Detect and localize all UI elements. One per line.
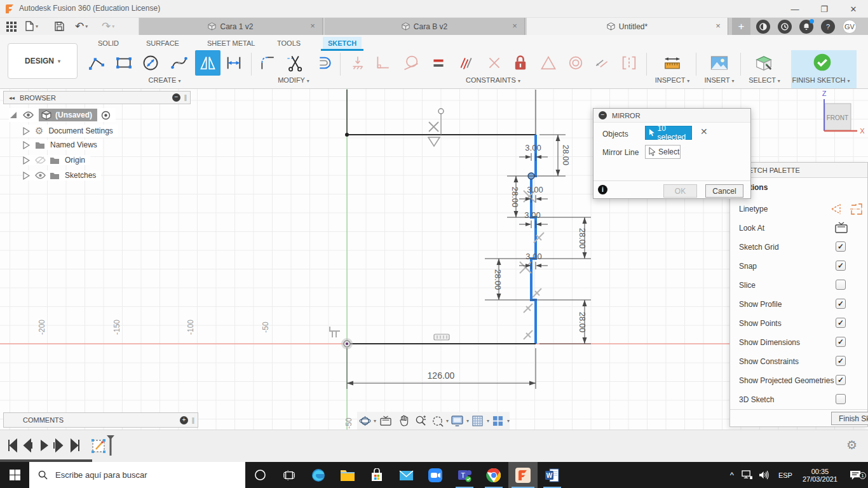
circle-tool-icon[interactable]	[139, 51, 162, 74]
equal-constraint-icon[interactable]	[427, 51, 450, 74]
minimize-panel-icon[interactable]: −	[172, 93, 180, 102]
panel-grip-icon[interactable]: ||	[184, 94, 186, 101]
workspace-selector[interactable]: DESIGN▾	[8, 43, 78, 79]
clear-selection-icon[interactable]: ✕	[700, 126, 708, 137]
help-icon[interactable]: ?	[821, 20, 835, 34]
timeline-settings-gear-icon[interactable]: ⚙	[846, 438, 857, 452]
mirror-line-select-button[interactable]: Select	[645, 145, 681, 159]
edge-icon[interactable]	[304, 462, 333, 488]
browser-item-origin[interactable]: Origin	[23, 155, 90, 165]
notifications-bell-icon[interactable]	[799, 20, 813, 34]
tab-cara-b[interactable]: Cara B v2 ×	[324, 18, 525, 35]
selected-sketch-profile[interactable]	[531, 135, 536, 344]
comments-panel-header[interactable]: COMMENTS + ||	[3, 412, 198, 428]
browser-root-row[interactable]: (Unsaved)	[9, 108, 116, 122]
network-icon[interactable]	[739, 470, 756, 480]
ribbon-tab-sketch[interactable]: SKETCH	[323, 37, 362, 50]
collapse-panel-icon[interactable]: ◂◂	[9, 95, 15, 101]
undo-icon[interactable]: ↶▾	[75, 20, 88, 32]
eye-icon[interactable]	[35, 172, 46, 179]
tray-expand-icon[interactable]: ^	[725, 470, 739, 480]
coincident-constraint-icon[interactable]	[483, 51, 506, 74]
finish-sketch-button[interactable]: Finish Sketch	[831, 412, 868, 425]
finish-sketch-group-label[interactable]: FINISH SKETCH ▾	[792, 76, 850, 84]
concentric-constraint-icon[interactable]	[564, 51, 587, 74]
search-input[interactable]	[54, 470, 207, 480]
pan-icon[interactable]	[395, 415, 412, 426]
start-button[interactable]	[0, 462, 29, 488]
dimension-126[interactable]	[347, 348, 536, 389]
task-view-icon[interactable]	[275, 462, 304, 488]
fix-constraint-icon[interactable]	[346, 51, 369, 74]
expand-arrow-icon[interactable]	[23, 127, 30, 135]
grid-settings-icon[interactable]	[469, 416, 487, 426]
close-button[interactable]: ✕	[839, 0, 868, 18]
show-constraints-checkbox[interactable]: ✓	[836, 356, 846, 366]
add-comment-icon[interactable]: +	[180, 416, 188, 424]
centerline-linetype-icon[interactable]	[850, 203, 864, 215]
slice-checkbox[interactable]	[836, 280, 846, 290]
origin-point[interactable]	[341, 338, 353, 349]
select-group-label[interactable]: SELECT ▾	[749, 76, 780, 84]
taskbar-search-box[interactable]	[29, 462, 245, 488]
dim-step-label[interactable]: 3.00	[526, 252, 541, 261]
teams-icon[interactable]: T	[450, 462, 479, 488]
panel-grip-icon[interactable]: ||	[192, 417, 194, 424]
construction-linetype-icon[interactable]	[831, 203, 844, 215]
expand-arrow-icon[interactable]	[23, 156, 30, 165]
show-projected-checkbox[interactable]: ✓	[836, 375, 846, 385]
cortana-icon[interactable]	[245, 462, 275, 488]
info-icon[interactable]: i	[598, 185, 607, 194]
look-at-icon[interactable]	[835, 222, 848, 233]
avatar[interactable]: GV	[843, 20, 857, 34]
volume-icon[interactable]	[756, 470, 773, 480]
save-icon[interactable]	[55, 20, 64, 32]
zoom-app-icon[interactable]	[421, 462, 450, 488]
dim-step-label[interactable]: 3.00	[525, 143, 541, 152]
fillet-tool-icon[interactable]	[256, 51, 279, 74]
rectangle-tool-icon[interactable]	[112, 51, 135, 74]
app-grid-icon[interactable]	[6, 22, 17, 32]
action-center-icon[interactable]: 1	[843, 470, 868, 480]
trim-tool-icon[interactable]	[283, 51, 306, 74]
dim-step-label[interactable]: 3.00	[524, 210, 540, 220]
symmetry-triangle-icon[interactable]	[537, 51, 560, 74]
dim-height-label[interactable]: 28.00	[578, 312, 587, 333]
tab-close-icon[interactable]: ×	[308, 22, 317, 30]
midpoint-constraint-icon[interactable]	[618, 51, 641, 74]
3d-sketch-checkbox[interactable]	[836, 394, 846, 404]
dim-height-label[interactable]: 28.00	[510, 187, 520, 208]
file-menu-icon[interactable]: ▾	[25, 20, 38, 32]
parallel-constraint-icon[interactable]	[454, 51, 477, 74]
view-cube-front-label[interactable]: FRONT	[827, 114, 848, 121]
root-selected[interactable]: (Unsaved)	[39, 109, 97, 121]
dim-height-label[interactable]: 28.00	[578, 228, 587, 249]
ok-button[interactable]: OK	[663, 184, 697, 198]
browser-item-sketches[interactable]: Sketches	[23, 170, 101, 180]
collinear-constraint-icon[interactable]	[590, 51, 613, 74]
dim-height-label[interactable]: 28.00	[561, 145, 571, 166]
browser-item-named-views[interactable]: Named Views	[23, 140, 102, 150]
select-tool-icon[interactable]	[752, 51, 775, 74]
mirror-dialog-header[interactable]: − MIRROR	[593, 109, 750, 123]
expand-triangle-icon[interactable]	[9, 111, 18, 119]
timeline-playback-controls[interactable]	[8, 438, 84, 452]
show-profile-checkbox[interactable]: ✓	[836, 299, 846, 309]
dimension-tool-icon[interactable]	[222, 51, 245, 74]
chrome-icon[interactable]	[479, 462, 508, 488]
collapse-dialog-icon[interactable]: −	[599, 111, 607, 119]
dim-height-label[interactable]: 28.00	[493, 269, 503, 290]
objects-selected-button[interactable]: 10 selected	[645, 126, 692, 140]
timeline-sketch-feature[interactable]	[90, 434, 116, 459]
line-tool-icon[interactable]	[85, 51, 108, 74]
clock[interactable]: 00:35 27/03/2021	[797, 468, 843, 483]
modify-group-label[interactable]: MODIFY ▾	[278, 76, 309, 84]
minimize-button[interactable]: —	[780, 0, 810, 18]
extensions-icon[interactable]	[756, 20, 770, 34]
create-group-label[interactable]: CREATE ▾	[149, 76, 181, 84]
cancel-button[interactable]: Cancel	[705, 184, 743, 198]
zoom-window-icon[interactable]	[430, 415, 446, 427]
tab-untitled[interactable]: Untitled* ×	[526, 18, 728, 35]
constraints-group-label[interactable]: CONSTRAINTS ▾	[466, 76, 520, 84]
sketch-point[interactable]	[438, 109, 444, 114]
